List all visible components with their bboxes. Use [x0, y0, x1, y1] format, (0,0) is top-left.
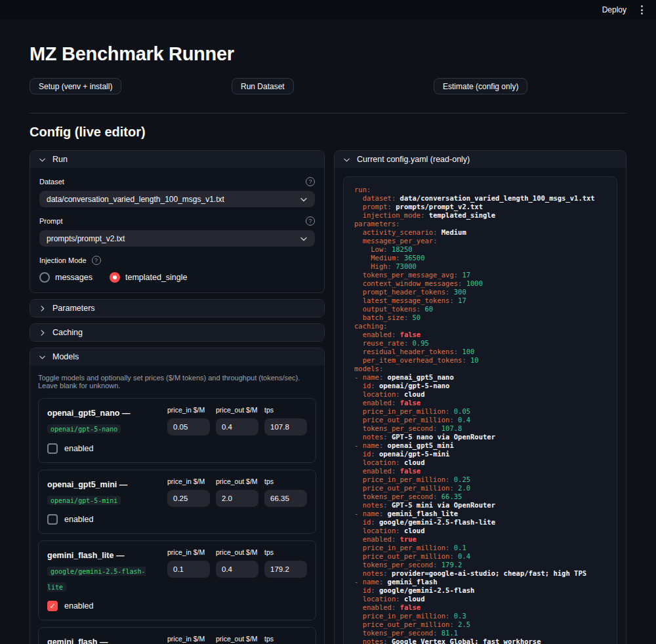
model-enabled-checkbox[interactable]: ✓ enabled [47, 514, 159, 525]
chevron-down-icon [39, 156, 46, 163]
dataset-select-value: data/conversation_varied_length_100_msgs… [47, 195, 224, 204]
injection-mode-radio-option[interactable]: templated_single [110, 272, 188, 283]
enabled-label: enabled [64, 515, 94, 524]
model-id-badge: openai/gpt-5-mini [47, 496, 121, 505]
model-name: gemini_flash [47, 637, 97, 644]
app-toolbar: Deploy [0, 0, 656, 20]
setup-button[interactable]: Setup (venv + install) [30, 78, 121, 94]
run-expander-label: Run [52, 155, 68, 164]
model-enabled-checkbox[interactable]: ✓ enabled [47, 443, 159, 454]
yaml-column: Current config.yaml (read-only) run: dat… [334, 150, 626, 644]
models-expander: Models Toggle models and optionally set … [30, 348, 325, 644]
tps-input[interactable]: 107.8 [264, 418, 307, 435]
price-out-label: price_out $/M [216, 635, 258, 643]
model-name-separator: — [116, 551, 125, 560]
price-in-input[interactable]: 0.25 [167, 490, 210, 507]
tps-label: tps [264, 477, 307, 485]
model-card-list: openai_gpt5_nano — openai/gpt-5-nano ✓ e… [38, 398, 316, 644]
checkbox-icon: ✓ [47, 443, 58, 454]
help-icon[interactable]: ? [306, 216, 315, 226]
parameters-expander-header[interactable]: Parameters [30, 300, 324, 317]
config-section-title: Config (live editor) [30, 125, 626, 140]
run-expander: Run Dataset ? data/conversation_varied_l… [30, 150, 325, 293]
help-icon[interactable]: ? [92, 256, 101, 265]
price-out-input[interactable]: 2.0 [216, 490, 258, 507]
injection-mode-label-text: Injection Mode [39, 256, 87, 264]
price-out-input[interactable]: 0.4 [216, 418, 258, 435]
yaml-expander-header[interactable]: Current config.yaml (read-only) [335, 151, 626, 168]
price-out-label: price_out $/M [216, 406, 258, 414]
model-name-separator: — [122, 409, 131, 418]
run-expander-header[interactable]: Run [30, 151, 324, 168]
radio-option-label: templated_single [125, 273, 188, 282]
chevron-down-icon [300, 235, 308, 243]
main-content: MZ Benchmark Runner Setup (venv + instal… [30, 20, 626, 644]
model-name: gemini_flash_lite [47, 551, 113, 560]
price-out-input[interactable]: 0.4 [216, 561, 258, 578]
model-name: openai_gpt5_nano [47, 409, 119, 418]
model-name-separator: — [100, 637, 108, 644]
divider [30, 113, 626, 113]
prompt-select[interactable]: prompts/prompt_v2.txt [39, 230, 315, 247]
model-card: gemini_flash_lite — google/gemini-2.5-fl… [38, 540, 316, 620]
parameters-expander-label: Parameters [52, 304, 95, 313]
price-in-label: price_in $/M [167, 406, 210, 414]
price-out-label: price_out $/M [216, 477, 258, 485]
page-title: MZ Benchmark Runner [30, 43, 626, 65]
price-in-input[interactable]: 0.05 [167, 418, 210, 435]
caching-expander-header[interactable]: Caching [30, 324, 324, 341]
caching-expander: Caching [30, 323, 325, 342]
kebab-menu-icon[interactable] [637, 3, 647, 17]
prompt-field-label: Prompt ? [39, 216, 315, 226]
deploy-button[interactable]: Deploy [602, 5, 626, 14]
prompt-label-text: Prompt [39, 217, 62, 225]
estimate-button[interactable]: Estimate (config only) [434, 78, 527, 94]
checkbox-icon: ✓ [47, 514, 58, 525]
help-icon[interactable]: ? [306, 177, 315, 186]
price-in-label: price_in $/M [167, 477, 210, 485]
model-name-separator: — [119, 480, 128, 489]
injection-mode-radio-group: messages templated_single [39, 272, 315, 283]
dataset-label-text: Dataset [39, 178, 64, 186]
models-expander-header[interactable]: Models [30, 348, 324, 365]
model-title: openai_gpt5_mini — openai/gpt-5-mini [47, 477, 159, 509]
tps-input[interactable]: 66.35 [264, 490, 307, 507]
tps-label: tps [264, 635, 307, 643]
model-enabled-checkbox[interactable]: ✓ enabled [47, 601, 159, 611]
models-caption: Toggle models and optionally set prices … [38, 374, 316, 390]
yaml-expander-label: Current config.yaml (read-only) [357, 155, 470, 164]
model-card: gemini_flash — google/gemini-2.5-flash ✓… [38, 627, 316, 644]
chevron-down-icon [300, 195, 308, 203]
yaml-expander: Current config.yaml (read-only) run: dat… [334, 150, 626, 644]
dataset-select[interactable]: data/conversation_varied_length_100_msgs… [39, 191, 315, 207]
run-dataset-button[interactable]: Run Dataset [232, 78, 294, 94]
config-editor-column: Run Dataset ? data/conversation_varied_l… [30, 150, 325, 644]
caching-expander-label: Caching [52, 328, 83, 337]
dataset-field-label: Dataset ? [39, 177, 315, 186]
tps-label: tps [264, 548, 307, 556]
model-id-badge: openai/gpt-5-nano [47, 424, 121, 433]
model-title: openai_gpt5_nano — openai/gpt-5-nano [47, 406, 159, 437]
injection-mode-radio-option[interactable]: messages [39, 272, 92, 283]
model-card: openai_gpt5_nano — openai/gpt-5-nano ✓ e… [38, 398, 316, 463]
model-id-badge: google/gemini-2.5-flash-lite [47, 567, 146, 592]
injection-mode-label: Injection Mode ? [39, 256, 315, 265]
price-in-input[interactable]: 0.1 [167, 561, 210, 578]
price-in-label: price_in $/M [167, 635, 210, 643]
model-title: gemini_flash_lite — google/gemini-2.5-fl… [47, 548, 159, 595]
top-action-row: Setup (venv + install) Run Dataset Estim… [30, 78, 626, 94]
chevron-right-icon [39, 329, 46, 336]
model-card: openai_gpt5_mini — openai/gpt-5-mini ✓ e… [38, 470, 316, 534]
tps-input[interactable]: 179.2 [264, 561, 307, 578]
checkbox-icon: ✓ [47, 601, 58, 611]
model-name: openai_gpt5_mini [47, 480, 117, 489]
price-in-label: price_in $/M [167, 548, 210, 556]
parameters-expander: Parameters [30, 299, 325, 317]
enabled-label: enabled [64, 444, 94, 453]
models-expander-label: Models [52, 352, 79, 361]
chevron-right-icon [39, 305, 46, 312]
tps-label: tps [264, 406, 307, 414]
radio-option-label: messages [55, 273, 92, 282]
price-out-label: price_out $/M [216, 548, 258, 556]
chevron-down-icon [343, 156, 350, 163]
